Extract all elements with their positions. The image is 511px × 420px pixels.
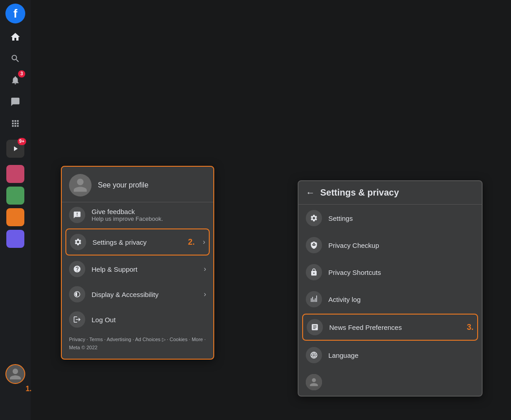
display-title: Display & Accessibility	[92, 291, 198, 298]
help-title: Help & Support	[92, 265, 198, 273]
logout-item[interactable]: Log Out	[62, 307, 213, 332]
settings-footer-avatar	[306, 374, 322, 390]
settings-icon	[70, 234, 86, 250]
settings-title: Settings & privacy	[92, 238, 182, 246]
settings-item-activity-log[interactable]: Activity log	[299, 286, 482, 313]
watch-icon[interactable]: 9+	[5, 139, 25, 159]
messenger-icon[interactable]	[5, 92, 25, 112]
privacy-shortcuts-label: Privacy Shortcuts	[328, 269, 474, 276]
notifications-icon[interactable]: 3	[5, 70, 25, 90]
step-2-label: 2.	[188, 237, 195, 247]
thumbnail-1[interactable]	[6, 165, 24, 183]
language-label: Language	[328, 352, 474, 359]
see-profile-label: See your profile	[98, 181, 148, 189]
home-icon[interactable]	[5, 27, 25, 47]
thumbnail-3[interactable]	[6, 208, 24, 226]
thumbnail-2[interactable]	[6, 187, 24, 205]
grid-menu-icon[interactable]	[5, 114, 25, 133]
give-feedback-item[interactable]: Give feedback Help us improve Facebook.	[62, 202, 213, 228]
settings-text: Settings & privacy	[92, 238, 182, 246]
watch-badge: 9+	[18, 138, 26, 145]
language-icon	[306, 347, 322, 363]
logout-text: Log Out	[92, 316, 206, 324]
display-text: Display & Accessibility	[92, 291, 198, 298]
logout-icon	[69, 311, 85, 328]
sidebar-profile-avatar[interactable]	[5, 364, 25, 384]
feedback-text: Give feedback Help us improve Facebook.	[92, 208, 206, 222]
settings-item-news-feed[interactable]: News Feed Preferences 3.	[302, 314, 478, 341]
privacy-shortcuts-icon	[306, 264, 322, 280]
help-support-item[interactable]: Help & Support ›	[62, 256, 213, 282]
news-feed-icon	[307, 319, 323, 335]
menu-footer: Privacy · Terms · Advertising · Ad Choic…	[62, 332, 213, 355]
help-text: Help & Support	[92, 265, 198, 273]
settings-privacy-popup: ← Settings & privacy Settings Privacy Ch…	[298, 180, 483, 397]
step-3-label: 3.	[467, 323, 474, 332]
settings-item-privacy-shortcuts[interactable]: Privacy Shortcuts	[299, 259, 482, 286]
help-icon	[69, 261, 85, 277]
profile-row[interactable]: See your profile	[62, 170, 213, 202]
feedback-title: Give feedback	[92, 208, 206, 215]
settings-header: ← Settings & privacy	[299, 181, 482, 205]
settings-privacy-item[interactable]: Settings & privacy 2. ›	[65, 228, 210, 256]
settings-footer-row	[299, 369, 482, 396]
settings-item-settings[interactable]: Settings	[299, 205, 482, 232]
settings-label: Settings	[328, 215, 474, 222]
privacy-checkup-icon	[306, 237, 322, 253]
logout-title: Log Out	[92, 316, 206, 324]
settings-arrow-icon: ›	[203, 238, 205, 246]
sidebar: f 3 9+	[0, 0, 31, 420]
privacy-checkup-label: Privacy Checkup	[328, 242, 474, 249]
display-icon	[69, 286, 85, 302]
display-arrow-icon: ›	[204, 290, 206, 298]
settings-gear-icon	[306, 210, 322, 226]
activity-log-icon	[306, 291, 322, 307]
settings-popup-title: Settings & privacy	[320, 187, 399, 198]
facebook-logo[interactable]: f	[5, 4, 25, 23]
sidebar-user-avatar-container: 1.	[5, 364, 25, 384]
feedback-icon	[69, 207, 85, 223]
notifications-badge: 3	[18, 70, 25, 78]
user-menu-popup: See your profile Give feedback Help us i…	[61, 166, 214, 360]
help-arrow-icon: ›	[204, 265, 206, 273]
search-icon[interactable]	[5, 49, 25, 68]
activity-log-label: Activity log	[328, 296, 474, 303]
profile-avatar	[69, 174, 92, 196]
settings-item-language[interactable]: Language	[299, 342, 482, 369]
feedback-subtitle: Help us improve Facebook.	[92, 215, 206, 222]
display-accessibility-item[interactable]: Display & Accessibility ›	[62, 282, 213, 307]
step-1-label: 1.	[26, 385, 32, 393]
settings-item-privacy-checkup[interactable]: Privacy Checkup	[299, 232, 482, 259]
news-feed-label: News Feed Preferences	[329, 324, 460, 331]
thumbnail-4[interactable]	[6, 230, 24, 248]
back-button[interactable]: ←	[306, 187, 315, 198]
